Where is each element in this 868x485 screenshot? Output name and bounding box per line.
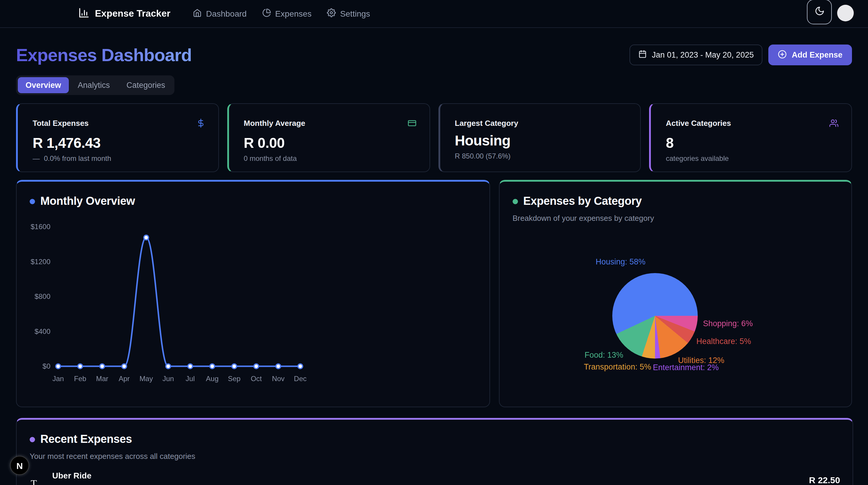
pie-label-entertainment: Entertainment: 2%: [653, 363, 719, 372]
stat-card-total-expenses: Total Expenses R 1,476.43 —0.0% from las…: [16, 103, 219, 172]
svg-text:$800: $800: [35, 292, 51, 300]
svg-text:$1600: $1600: [31, 222, 51, 231]
users-icon: [830, 119, 838, 130]
expenses-by-category-card: Expenses by Category Breakdown of your e…: [499, 180, 852, 407]
section-title: Expenses by Category: [523, 195, 642, 208]
plus-circle-icon: [778, 50, 787, 60]
page-content: Expenses Dashboard Jan 01, 2023 - May 20…: [0, 44, 868, 485]
nav-link-expenses[interactable]: Expenses: [262, 8, 311, 19]
stat-sub-label: R 850.00 (57.6%): [455, 152, 510, 160]
brand-name: Expense Tracker: [95, 8, 170, 19]
bar-chart-icon: [78, 7, 90, 21]
section-title: Recent Expenses: [40, 433, 132, 446]
stat-head: Active Categories: [666, 119, 839, 130]
stat-value: R 1,476.43: [33, 135, 205, 151]
pie-label-shopping: Shopping: 6%: [703, 319, 753, 328]
tab-overview[interactable]: Overview: [18, 77, 69, 93]
svg-text:Dec: Dec: [294, 374, 307, 383]
nav-right: [807, 1, 854, 26]
date-range-button[interactable]: Jan 01, 2023 - May 20, 2025: [629, 44, 763, 65]
expense-title: Uber Ride: [52, 471, 111, 480]
credit-card-icon: [407, 119, 416, 130]
svg-text:May: May: [140, 374, 153, 383]
stat-title: Total Expenses: [33, 119, 89, 128]
stat-head: Total Expenses: [33, 119, 205, 130]
stat-value: 8: [666, 135, 839, 151]
svg-text:Sep: Sep: [228, 374, 241, 383]
stat-value: Housing: [455, 132, 627, 149]
header-actions: Jan 01, 2023 - May 20, 2025 Add Expense: [629, 44, 852, 65]
stat-sub-label: 0.0% from last month: [44, 154, 111, 163]
svg-text:Jan: Jan: [53, 374, 64, 383]
tab-categories[interactable]: Categories: [119, 77, 173, 93]
gear-icon: [327, 8, 336, 19]
svg-text:Aug: Aug: [206, 374, 219, 383]
nav-link-label: Settings: [340, 9, 370, 19]
theme-toggle-button[interactable]: [807, 0, 832, 24]
category-pie-chart: [612, 273, 698, 359]
nav-link-settings[interactable]: Settings: [327, 8, 370, 19]
stat-title: Active Categories: [666, 119, 731, 128]
page-title: Expenses Dashboard: [16, 45, 192, 65]
pie-chart-icon: [262, 8, 271, 19]
stat-card-monthly-average: Monthly Average R 0.00 0 months of data: [227, 103, 430, 172]
svg-text:Nov: Nov: [272, 374, 285, 383]
bullet-dot: [513, 199, 518, 204]
stats-row: Total Expenses R 1,476.43 —0.0% from las…: [16, 103, 852, 172]
minus-icon: —: [33, 154, 40, 163]
stat-head: Largest Category: [455, 119, 627, 128]
svg-text:$400: $400: [35, 327, 51, 335]
navbar: Expense Tracker DashboardExpensesSetting…: [0, 0, 868, 28]
svg-text:Jun: Jun: [162, 374, 174, 383]
svg-text:Oct: Oct: [251, 374, 262, 383]
stat-sub-label: categories available: [666, 154, 729, 163]
expense-amount: R 22.50: [809, 475, 840, 485]
app-logo: Expense Tracker: [78, 7, 170, 21]
recent-expenses-card: Recent Expenses Your most recent expense…: [16, 418, 853, 485]
category-letter-icon: T: [25, 478, 43, 485]
svg-text:Jul: Jul: [186, 374, 195, 383]
expense-tracker-app: Expense Tracker DashboardExpensesSetting…: [0, 0, 868, 485]
stat-title: Largest Category: [455, 119, 518, 128]
stat-subtext: —0.0% from last month: [33, 154, 205, 163]
stat-title: Monthly Average: [244, 119, 306, 128]
pie-label-healthcare: Healthcare: 5%: [696, 337, 751, 346]
stat-card-active-categories: Active Categories 8 categories available: [649, 103, 852, 172]
section-subtitle: Your most recent expenses across all cat…: [17, 452, 852, 461]
svg-text:$1200: $1200: [31, 257, 51, 266]
add-expense-button[interactable]: Add Expense: [769, 44, 852, 65]
expense-list-item[interactable]: T Uber Ride R 22.50: [17, 471, 852, 485]
monthly-overview-card: Monthly Overview $0$400$800$1200$1600Jan…: [16, 180, 490, 407]
section-header: Recent Expenses: [17, 420, 852, 446]
page-header: Expenses Dashboard Jan 01, 2023 - May 20…: [16, 44, 852, 65]
monthly-line-chart: $0$400$800$1200$1600JanFebMarAprMayJunJu…: [17, 182, 491, 409]
charts-row: Monthly Overview $0$400$800$1200$1600Jan…: [16, 180, 852, 407]
nextjs-dev-badge[interactable]: N: [10, 456, 29, 475]
svg-text:Mar: Mar: [96, 374, 108, 383]
moon-icon: [814, 6, 825, 18]
section-subtitle: Breakdown of your expenses by category: [500, 214, 851, 222]
stat-value: R 0.00: [244, 135, 416, 151]
nav-link-label: Expenses: [275, 9, 311, 19]
user-avatar[interactable]: [837, 5, 854, 21]
calendar-icon: [638, 50, 646, 60]
add-expense-label: Add Expense: [792, 51, 842, 59]
bullet-dot: [30, 436, 35, 442]
nav-links: DashboardExpensesSettings: [193, 8, 370, 19]
stat-subtext: categories available: [666, 154, 839, 163]
pie-label-food: Food: 13%: [584, 351, 623, 359]
nav-link-label: Dashboard: [206, 9, 247, 19]
svg-text:Apr: Apr: [119, 374, 130, 383]
stat-head: Monthly Average: [244, 119, 416, 130]
date-range-label: Jan 01, 2023 - May 20, 2025: [652, 51, 754, 59]
nav-link-dashboard[interactable]: Dashboard: [193, 8, 247, 19]
section-header: Expenses by Category: [500, 182, 851, 208]
stat-card-largest-category: Largest Category Housing R 850.00 (57.6%…: [438, 103, 641, 172]
stat-subtext: 0 months of data: [244, 154, 416, 163]
svg-text:$0: $0: [42, 362, 51, 370]
view-tabs: OverviewAnalyticsCategories: [16, 75, 175, 95]
home-icon: [193, 8, 202, 19]
tab-analytics[interactable]: Analytics: [70, 77, 118, 93]
expense-main: Uber Ride: [52, 471, 111, 485]
stat-sub-label: 0 months of data: [244, 154, 297, 163]
